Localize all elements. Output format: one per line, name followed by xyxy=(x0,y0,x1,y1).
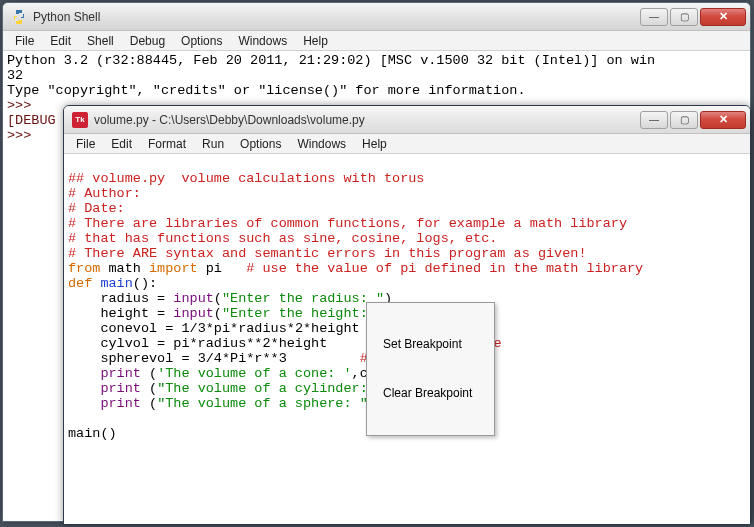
code-line: height = input("Enter the height: xyxy=(68,306,368,321)
menu-edit[interactable]: Edit xyxy=(103,135,140,153)
editor-titlebar[interactable]: Tk volume.py - C:\Users\Debby\Downloads\… xyxy=(64,106,750,134)
code-line: # that has functions such as sine, cosin… xyxy=(68,231,497,246)
editor-window-controls: — ▢ ✕ xyxy=(638,111,746,129)
menu-windows[interactable]: Windows xyxy=(230,32,295,50)
editor-title: volume.py - C:\Users\Debby\Downloads\vol… xyxy=(94,113,638,127)
code-line: ## volume.py volume calculations with to… xyxy=(68,171,424,186)
code-line: from math import pi # use the value of p… xyxy=(68,261,643,276)
menu-run[interactable]: Run xyxy=(194,135,232,153)
tk-icon: Tk xyxy=(72,112,88,128)
maximize-button[interactable]: ▢ xyxy=(670,8,698,26)
shell-prompt: >>> xyxy=(7,128,39,143)
menu-options[interactable]: Options xyxy=(232,135,289,153)
code-line: main() xyxy=(68,426,117,441)
shell-prompt: >>> xyxy=(7,98,39,113)
code-line: conevol = 1/3*pi*radius*2*height xyxy=(68,321,360,336)
code-line: # Author: xyxy=(68,186,141,201)
code-line: def main(): xyxy=(68,276,157,291)
code-line: # There ARE syntax and semantic errors i… xyxy=(68,246,586,261)
menu-file[interactable]: File xyxy=(7,32,42,50)
shell-line: Type "copyright", "credits" or "license(… xyxy=(7,83,525,98)
menu-shell[interactable]: Shell xyxy=(79,32,122,50)
python-icon xyxy=(11,9,27,25)
shell-line: Python 3.2 (r32:88445, Feb 20 2011, 21:2… xyxy=(7,53,655,68)
shell-menubar: File Edit Shell Debug Options Windows He… xyxy=(3,31,750,51)
menu-format[interactable]: Format xyxy=(140,135,194,153)
menu-options[interactable]: Options xyxy=(173,32,230,50)
code-line: # There are libraries of common function… xyxy=(68,216,627,231)
menu-help[interactable]: Help xyxy=(354,135,395,153)
menu-debug[interactable]: Debug xyxy=(122,32,173,50)
editor-menubar: File Edit Format Run Options Windows Hel… xyxy=(64,134,750,154)
minimize-button[interactable]: — xyxy=(640,111,668,129)
shell-window-controls: — ▢ ✕ xyxy=(638,8,746,26)
menu-edit[interactable]: Edit xyxy=(42,32,79,50)
context-clear-breakpoint[interactable]: Clear Breakpoint xyxy=(369,384,492,403)
menu-file[interactable]: File xyxy=(68,135,103,153)
maximize-button[interactable]: ▢ xyxy=(670,111,698,129)
close-button[interactable]: ✕ xyxy=(700,8,746,26)
editor-code-area[interactable]: ## volume.py volume calculations with to… xyxy=(64,154,750,524)
minimize-button[interactable]: — xyxy=(640,8,668,26)
menu-help[interactable]: Help xyxy=(295,32,336,50)
shell-debug: [DEBUG xyxy=(7,113,56,128)
shell-title: Python Shell xyxy=(33,10,638,24)
shell-titlebar[interactable]: Python Shell — ▢ ✕ xyxy=(3,3,750,31)
menu-windows[interactable]: Windows xyxy=(289,135,354,153)
shell-line: 32 xyxy=(7,68,23,83)
code-line: radius = input("Enter the radius: ") xyxy=(68,291,392,306)
code-line: # Date: xyxy=(68,201,125,216)
context-set-breakpoint[interactable]: Set Breakpoint xyxy=(369,335,492,354)
context-menu: Set Breakpoint Clear Breakpoint xyxy=(366,302,495,436)
close-button[interactable]: ✕ xyxy=(700,111,746,129)
editor-window: Tk volume.py - C:\Users\Debby\Downloads\… xyxy=(63,105,751,525)
